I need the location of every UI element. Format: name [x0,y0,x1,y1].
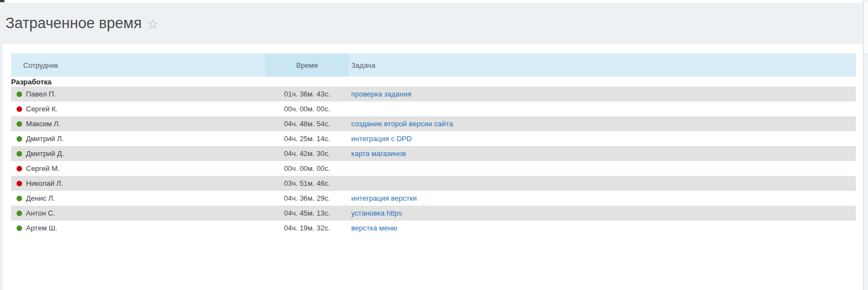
status-dot-red [17,166,22,171]
employee-name: Денис Л. [26,194,55,202]
time-report-table: Сотрудник Время Задача Разработка Павел … [11,53,856,235]
time-value: 00ч. 00м. 00с. [265,164,349,173]
task-cell: верстка меню [349,224,856,232]
table-body: Павел П. 01ч. 36м. 43с. проверка задания… [11,87,856,235]
table-row: Николай Л. 03ч. 51м. 46с. [11,176,856,191]
employee-cell: Артем Ш. [11,224,265,232]
employee-name: Сергей К. [26,105,58,113]
favorite-star-icon[interactable]: ☆ [147,17,159,31]
employee-cell: Дмитрий Д. [11,149,265,158]
table-header-row: Сотрудник Время Задача [11,53,856,77]
page-title: Затраченное время [6,15,142,32]
column-header-time[interactable]: Время [265,53,349,77]
employee-name: Сергей М. [26,164,60,173]
employee-cell: Дмитрий Л. [11,135,265,143]
task-cell: установка https [349,209,856,217]
time-value: 04ч. 45м. 13с. [265,209,349,217]
column-header-employee[interactable]: Сотрудник [11,53,265,77]
status-dot-green [17,92,22,97]
task-link[interactable]: интеграция верстки [351,194,417,202]
task-cell: интеграция с DPD [349,135,856,143]
table-row: Сергей М. 00ч. 00м. 00с. [11,161,856,176]
employee-cell: Антон С. [11,209,265,217]
task-cell: карта магазинов [349,149,856,158]
group-header-development: Разработка [11,77,856,87]
status-dot-green [17,136,22,142]
employee-name: Артем Ш. [26,224,57,232]
employee-cell: Денис Л. [11,194,265,202]
table-row: Дмитрий Д. 04ч. 42м. 30с. карта магазино… [11,146,856,161]
status-dot-green [17,225,22,231]
time-value: 04ч. 48м. 54с. [265,120,349,128]
table-row: Дмитрий Л. 04ч. 25м. 14с. интеграция с D… [11,131,856,146]
task-cell: создание второй версии сайта [349,120,856,128]
content-area: Сотрудник Время Задача Разработка Павел … [3,44,863,290]
task-link[interactable]: создание второй версии сайта [351,120,453,128]
employee-name: Николай Л. [26,179,63,187]
table-row: Денис Л. 04ч. 36м. 29с. интеграция верст… [11,191,856,206]
scrollbar-thumb[interactable] [864,3,868,54]
task-cell: интеграция верстки [349,194,856,202]
table-row: Сергей К. 00ч. 00м. 00с. [11,101,856,116]
task-cell: проверка задания [349,90,856,98]
time-value: 04ч. 19м. 32с. [265,224,349,232]
status-dot-red [17,181,22,186]
table-row: Максим Л. 04ч. 48м. 54с. создание второй… [11,116,856,131]
status-dot-green [17,196,22,201]
page-header: Затраченное время ☆ [0,3,863,44]
employee-name: Максим Л. [26,120,61,128]
window-corner-fragment [0,0,4,2]
employee-name: Дмитрий Л. [26,135,63,143]
employee-cell: Николай Л. [11,179,265,187]
time-value: 03ч. 51м. 46с. [265,179,349,187]
time-value: 04ч. 25м. 14с. [265,135,349,143]
task-link[interactable]: верстка меню [351,224,398,232]
time-value: 04ч. 42м. 30с. [265,149,349,158]
employee-name: Дмитрий Д. [26,149,64,158]
task-link[interactable]: установка https [351,209,402,217]
task-link[interactable]: интеграция с DPD [351,135,412,143]
status-dot-green [17,121,22,127]
column-header-task[interactable]: Задача [349,53,856,77]
status-dot-green [17,211,22,216]
time-value: 04ч. 36м. 29с. [265,194,349,202]
time-value: 01ч. 36м. 43с. [265,90,349,98]
table-row: Артем Ш. 04ч. 19м. 32с. верстка меню [11,221,856,235]
task-link[interactable]: карта магазинов [351,149,406,158]
employee-cell: Максим Л. [11,120,265,128]
employee-name: Антон С. [26,209,55,217]
task-link[interactable]: проверка задания [351,90,411,98]
scrollbar-track[interactable] [863,0,868,290]
status-dot-red [17,106,22,112]
table-row: Павел П. 01ч. 36м. 43с. проверка задания [11,87,856,101]
employee-cell: Павел П. [11,90,265,98]
employee-name: Павел П. [26,90,56,98]
table-row: Антон С. 04ч. 45м. 13с. установка https [11,206,856,221]
time-value: 00ч. 00м. 00с. [265,105,349,113]
employee-cell: Сергей М. [11,164,265,173]
employee-cell: Сергей К. [11,105,265,113]
status-dot-green [17,151,22,157]
